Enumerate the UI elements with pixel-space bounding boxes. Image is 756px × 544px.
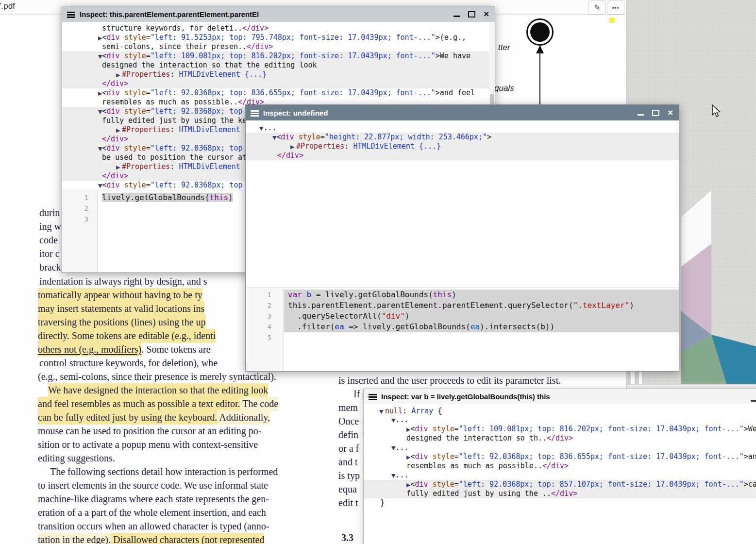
tree-row[interactable]: ▼<div style="left: 109.081px; top: 816.2… bbox=[62, 51, 495, 61]
code-line[interactable]: .querySelectorAll("div") bbox=[284, 311, 679, 322]
line-number: 1 bbox=[246, 289, 271, 300]
tree-row[interactable]: ▼<div style="height: 22.877px; width: 25… bbox=[246, 133, 679, 142]
pdf-text-line: ing w bbox=[39, 220, 61, 233]
scrollbar-thumb[interactable] bbox=[490, 94, 494, 104]
ellipsis-icon: ••• bbox=[612, 5, 620, 11]
pdf-text-line: itor c bbox=[39, 247, 60, 260]
line-number: 4 bbox=[246, 322, 271, 332]
pencil-icon: ✎ bbox=[594, 3, 600, 12]
tree-row[interactable]: ▼ null: Array { bbox=[364, 407, 756, 416]
maximize-icon[interactable] bbox=[652, 110, 659, 116]
pdf-text-line: machine-like diagrams where each state r… bbox=[38, 493, 269, 506]
edit-pencil-button[interactable]: ✎ bbox=[588, 0, 606, 15]
window-titlebar[interactable]: Inspect: undefined × bbox=[246, 105, 679, 120]
tree-row[interactable]: ▶<div style="left: 91.5253px; top: 795.7… bbox=[62, 33, 495, 42]
tree-row[interactable]: semi-colons, since their presen..</div> bbox=[62, 42, 495, 51]
minimize-icon[interactable] bbox=[638, 114, 644, 116]
pdf-text-line: sition or to activate a popup menu with … bbox=[38, 438, 258, 451]
tree-row[interactable]: </div> bbox=[62, 79, 495, 88]
code-line[interactable]: .filter(ea => lively.getGlobalBounds(ea)… bbox=[284, 322, 679, 332]
window-title: Inspect: undefined bbox=[263, 109, 328, 117]
object-tree: ▼ null: Array {▼...▶<div style="left: 10… bbox=[364, 404, 756, 544]
diagram-arrow-head bbox=[536, 45, 544, 53]
tree-row[interactable]: </div> bbox=[246, 151, 679, 160]
line-number: 2 bbox=[246, 300, 271, 311]
tree-row[interactable]: } bbox=[364, 498, 756, 508]
window-titlebar[interactable]: Inspect: var b = lively.getGlobalBounds(… bbox=[364, 389, 756, 404]
pdf-text-line: mem bbox=[338, 401, 358, 414]
desktop-wallpaper-art bbox=[679, 187, 756, 384]
tree-row[interactable]: ▶<div style="left: 92.0368px; top: 836.6… bbox=[62, 88, 495, 98]
tree-row[interactable]: designed the interaction so th..</div> bbox=[364, 434, 756, 443]
tree-row[interactable]: ▶<div style="left: 109.081px; top: 816.2… bbox=[364, 425, 756, 434]
pdf-text-line: may insert statements at valid locations… bbox=[38, 302, 204, 315]
tree-row[interactable]: ▶<div style="left: 92.0368px; top: 857.1… bbox=[364, 480, 756, 489]
tree-row[interactable]: resembles as much as possible..</div> bbox=[364, 461, 756, 471]
close-icon[interactable]: × bbox=[668, 108, 673, 117]
pdf-text-line: and t bbox=[338, 456, 357, 469]
code-area[interactable]: var b = lively.getGlobalBounds(this)this… bbox=[284, 288, 679, 371]
tree-row[interactable]: ▶ #Properties: HTMLDivElement {...} bbox=[246, 142, 679, 151]
line-number-gutter: 123 bbox=[62, 190, 98, 272]
more-options-button[interactable]: ••• bbox=[607, 0, 624, 15]
window-menu-icon[interactable] bbox=[251, 110, 259, 112]
window-menu-icon[interactable] bbox=[369, 394, 377, 395]
scrollbar-bar[interactable] bbox=[627, 371, 631, 384]
scrollbar-bar[interactable] bbox=[635, 371, 639, 384]
pdf-text-line: 3.3 bbox=[341, 531, 353, 544]
diagram-arrow-line bbox=[539, 52, 540, 104]
pdf-text-line: directly. Some tokens are editable (e.g.… bbox=[38, 329, 216, 342]
window-titlebar[interactable]: Inspect: this.parentElement.parentElemen… bbox=[62, 6, 495, 22]
minimize-icon[interactable] bbox=[751, 400, 756, 402]
pdf-text-line: others not (e.g., modifiers). Some token… bbox=[38, 343, 210, 356]
pdf-text-line: is typ bbox=[338, 469, 360, 482]
pdf-text-line: or a f bbox=[338, 442, 359, 455]
close-icon[interactable]: × bbox=[484, 9, 489, 18]
window-title: Inspect: this.parentElement.parentElemen… bbox=[80, 10, 259, 18]
inspector-content: ▼...▼<div style="height: 22.877px; width… bbox=[246, 120, 679, 371]
pdf-text-line: edit t bbox=[338, 496, 358, 510]
code-line[interactable] bbox=[284, 332, 679, 343]
line-number: 1 bbox=[62, 192, 88, 203]
desktop: 7.pdf ✎ ••• tter quals durining wcodeito… bbox=[0, 0, 756, 544]
pdf-text-line: The following sections detail how intera… bbox=[50, 465, 278, 478]
code-line[interactable]: this.parentElement.parentElement.parentE… bbox=[284, 300, 679, 311]
inspector-window-undefined[interactable]: Inspect: undefined × ▼...▼<div style="he… bbox=[245, 104, 679, 372]
pdf-text-line: We have designed the interaction so that… bbox=[48, 384, 268, 397]
pdf-text-line: defin bbox=[338, 428, 358, 442]
pdf-text-line: control structure keywords, for deletion… bbox=[39, 357, 218, 370]
code-line[interactable]: var b = lively.getGlobalBounds(this) bbox=[284, 289, 679, 300]
mouse-cursor bbox=[712, 104, 722, 119]
pdf-text-line: traversing the positions (lines) using t… bbox=[38, 316, 206, 329]
pdf-text-line: can be fully edited just by using the ke… bbox=[38, 411, 270, 424]
tree-row[interactable]: ▼... bbox=[364, 415, 756, 425]
maximize-icon[interactable] bbox=[468, 11, 475, 17]
window-title: Inspect: var b = lively.getGlobalBounds(… bbox=[381, 392, 550, 401]
pdf-text-line: (e.g., semi-colons, since their presence… bbox=[38, 370, 276, 383]
tree-row[interactable]: ▼... bbox=[364, 443, 756, 452]
inspector-window-var-b[interactable]: Inspect: var b = lively.getGlobalBounds(… bbox=[363, 389, 756, 544]
pdf-text-line: indentation is always right by design, a… bbox=[39, 275, 207, 288]
pdf-text-line: transition occurs when an allowed charac… bbox=[38, 520, 269, 533]
pdf-text-line: mouse can be used to position the cursor… bbox=[38, 425, 261, 438]
pdf-text-line: is inserted and the user proceeds to edi… bbox=[338, 374, 561, 387]
line-number-gutter: 12345 bbox=[246, 288, 284, 371]
tree-row[interactable]: ▼... bbox=[246, 123, 679, 133]
pdf-text-line: eration of a a part of the whole element… bbox=[38, 506, 266, 519]
code-editor[interactable]: 12345 var b = lively.getGlobalBounds(thi… bbox=[246, 287, 679, 371]
tree-row[interactable]: ▼... bbox=[364, 471, 756, 480]
tree-row[interactable]: designed the interaction so that the edi… bbox=[62, 61, 495, 70]
bpmn-end-event-fill bbox=[530, 22, 550, 42]
diagram-label-partial: quals bbox=[494, 84, 514, 93]
pdf-text-line: equa bbox=[338, 483, 357, 496]
minimize-icon[interactable] bbox=[454, 16, 460, 17]
diagram-label-partial: tter bbox=[498, 43, 510, 52]
tree-row[interactable]: ▶<div style="left: 92.0368px; top: 836.6… bbox=[364, 452, 756, 461]
pdf-scrollbar-fragment[interactable] bbox=[625, 371, 642, 384]
tree-row[interactable]: structure keywords, for deleti..</div> bbox=[62, 24, 495, 33]
line-number: 5 bbox=[246, 332, 271, 343]
window-menu-icon[interactable] bbox=[67, 12, 75, 13]
tree-row[interactable]: fully edited just by using the ..</div> bbox=[364, 489, 756, 498]
tree-row[interactable]: ▶ #Properties: HTMLDivElement {...} bbox=[62, 70, 495, 79]
pdf-text-line: to insert elements in the source code. W… bbox=[38, 479, 268, 492]
